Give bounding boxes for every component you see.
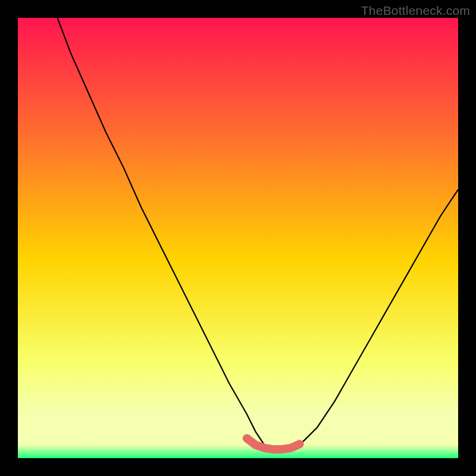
chart-frame: TheBottleneck.com xyxy=(0,0,476,476)
watermark-label: TheBottleneck.com xyxy=(361,4,470,18)
chart-svg xyxy=(18,18,458,458)
plot-area xyxy=(18,18,458,458)
